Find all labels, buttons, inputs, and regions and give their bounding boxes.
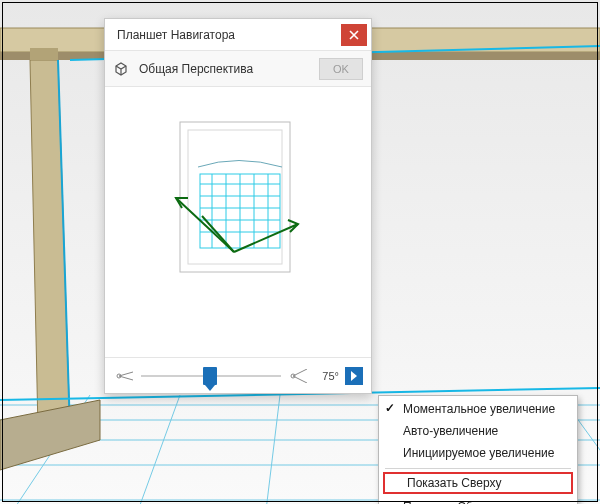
options-context-menu: Моментальное увеличение Авто-увеличение … <box>378 395 578 504</box>
svg-line-7 <box>120 395 180 504</box>
menu-separator <box>385 468 571 469</box>
close-icon[interactable] <box>341 24 367 46</box>
svg-line-8 <box>260 395 280 504</box>
wide-fov-icon <box>287 369 309 383</box>
menu-item-show-top[interactable]: Показать Сверху <box>383 472 573 494</box>
fov-slider[interactable] <box>141 369 281 383</box>
view-selector-row[interactable]: Общая Перспектива OK <box>105 51 371 87</box>
svg-line-33 <box>202 216 234 252</box>
svg-rect-18 <box>180 122 290 272</box>
view-name: Общая Перспектива <box>133 62 319 76</box>
fov-angle-text: 75° <box>315 370 339 382</box>
ok-button[interactable]: OK <box>319 58 363 80</box>
menu-item-show-side[interactable]: Показать Сбоку <box>379 496 577 504</box>
menu-item-instant-zoom[interactable]: Моментальное увеличение <box>379 398 577 420</box>
slider-thumb[interactable] <box>203 367 217 385</box>
perspective-icon <box>113 61 129 77</box>
dialog-title-text: Планшет Навигатора <box>117 28 235 42</box>
dialog-footer: 75° <box>105 357 371 393</box>
dialog-titlebar[interactable]: Планшет Навигатора <box>105 19 371 51</box>
svg-marker-17 <box>0 400 100 470</box>
menu-item-auto-zoom[interactable]: Авто-увеличение <box>379 420 577 442</box>
menu-item-initiated-zoom[interactable]: Инициируемое увеличение <box>379 442 577 464</box>
svg-marker-15 <box>30 48 58 60</box>
navigator-preview-dialog: Планшет Навигатора Общая Перспектива OK <box>104 18 372 394</box>
svg-line-31 <box>176 198 234 252</box>
narrow-fov-icon <box>113 369 135 383</box>
preview-area[interactable] <box>105 87 371 357</box>
options-menu-button[interactable] <box>345 367 363 385</box>
